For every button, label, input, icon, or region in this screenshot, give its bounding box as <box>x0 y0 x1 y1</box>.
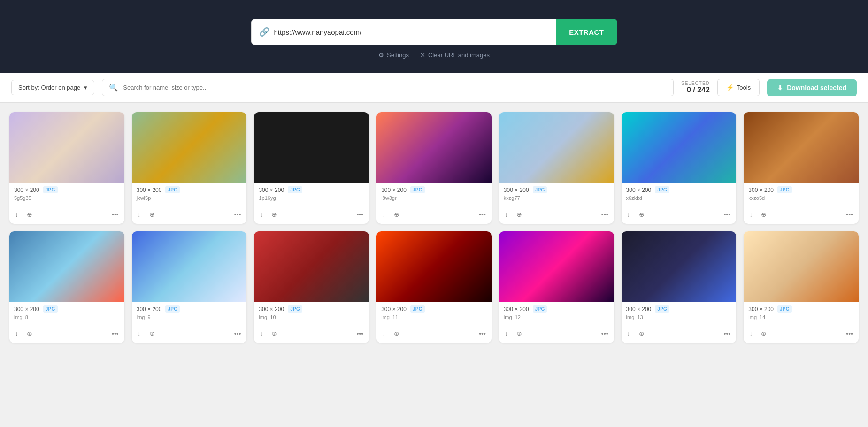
more-options-button[interactable]: ••• <box>598 208 612 221</box>
image-card: 300 × 200 JPG img_8 ↓ ⊕ ••• <box>9 231 124 343</box>
image-dims-row: 300 × 200 JPG <box>748 186 854 193</box>
image-info: 300 × 200 JPG kxzg77 <box>499 183 614 206</box>
more-options-button[interactable]: ••• <box>230 327 245 340</box>
image-info: 300 × 200 JPG img_10 <box>254 302 369 325</box>
more-options-button[interactable]: ••• <box>720 208 735 221</box>
image-info: 300 × 200 JPG img_11 <box>376 302 492 325</box>
more-options-button[interactable]: ••• <box>842 208 857 221</box>
image-dimensions: 300 × 200 <box>259 306 284 313</box>
tools-icon: ⚡ <box>726 84 734 91</box>
image-name: 5g5g35 <box>14 195 120 201</box>
more-options-button[interactable]: ••• <box>720 327 735 340</box>
image-type-badge: JPG <box>655 186 669 193</box>
link-icon: 🔗 <box>259 27 269 37</box>
image-dims-row: 300 × 200 JPG <box>626 186 732 193</box>
download-selected-button[interactable]: ⬇ Download selected <box>767 79 857 96</box>
settings-link[interactable]: ⚙ Settings <box>378 52 409 59</box>
image-dims-row: 300 × 200 JPG <box>259 305 364 313</box>
download-image-button[interactable]: ↓ <box>745 327 756 340</box>
download-image-button[interactable]: ↓ <box>11 327 22 340</box>
download-image-button[interactable]: ↓ <box>134 327 145 340</box>
more-options-button[interactable]: ••• <box>108 327 123 340</box>
search-input[interactable] <box>123 84 667 91</box>
image-actions: ↓ ⊕ ••• <box>254 206 369 224</box>
image-name: img_10 <box>259 314 364 320</box>
zoom-image-button[interactable]: ⊕ <box>757 208 770 221</box>
image-actions: ↓ ⊕ ••• <box>132 325 247 343</box>
zoom-image-button[interactable]: ⊕ <box>268 327 281 340</box>
image-info: 300 × 200 JPG 1p16yg <box>254 183 369 206</box>
sort-dropdown[interactable]: Sort by: Order on page ▾ <box>11 80 94 95</box>
download-image-button[interactable]: ↓ <box>501 208 512 221</box>
more-options-button[interactable]: ••• <box>842 327 857 340</box>
zoom-image-button[interactable]: ⊕ <box>635 327 648 340</box>
image-info: 300 × 200 JPG img_14 <box>744 302 859 325</box>
download-image-button[interactable]: ↓ <box>256 327 267 340</box>
image-card: 300 × 200 JPG 5g5g35 ↓ ⊕ ••• <box>9 112 124 224</box>
zoom-image-button[interactable]: ⊕ <box>146 327 159 340</box>
zoom-image-button[interactable]: ⊕ <box>146 208 159 221</box>
image-dimensions: 300 × 200 <box>137 306 162 313</box>
image-dims-row: 300 × 200 JPG <box>504 186 609 193</box>
chevron-down-icon: ▾ <box>84 84 87 91</box>
image-card: 300 × 200 JPG img_13 ↓ ⊕ ••• <box>622 231 737 343</box>
more-options-button[interactable]: ••• <box>230 208 245 221</box>
image-dims-row: 300 × 200 JPG <box>14 186 120 193</box>
more-options-button[interactable]: ••• <box>475 327 490 340</box>
image-name: img_13 <box>626 314 732 320</box>
image-thumbnail <box>9 231 124 302</box>
image-type-badge: JPG <box>43 305 58 313</box>
image-dimensions: 300 × 200 <box>14 306 39 313</box>
zoom-image-button[interactable]: ⊕ <box>23 208 36 221</box>
image-dims-row: 300 × 200 JPG <box>259 186 364 193</box>
zoom-image-button[interactable]: ⊕ <box>390 208 403 221</box>
zoom-image-button[interactable]: ⊕ <box>757 327 770 340</box>
download-image-button[interactable]: ↓ <box>623 208 634 221</box>
image-dims-row: 300 × 200 JPG <box>748 305 854 313</box>
zoom-image-button[interactable]: ⊕ <box>635 208 648 221</box>
image-name: 1p16yg <box>259 195 364 201</box>
image-dimensions: 300 × 200 <box>504 306 529 313</box>
download-image-button[interactable]: ↓ <box>501 327 512 340</box>
image-thumbnail <box>376 112 492 183</box>
download-image-button[interactable]: ↓ <box>378 327 389 340</box>
url-input[interactable] <box>274 28 549 36</box>
image-card: 300 × 200 JPG kxzg77 ↓ ⊕ ••• <box>499 112 614 224</box>
image-thumbnail <box>622 231 737 302</box>
more-options-button[interactable]: ••• <box>353 327 367 340</box>
image-name: img_9 <box>137 314 242 320</box>
zoom-image-button[interactable]: ⊕ <box>513 327 526 340</box>
download-image-button[interactable]: ↓ <box>134 208 145 221</box>
image-type-badge: JPG <box>410 305 425 313</box>
image-info: 300 × 200 JPG kxzo5d <box>744 183 859 206</box>
image-actions: ↓ ⊕ ••• <box>744 325 859 343</box>
zoom-image-button[interactable]: ⊕ <box>268 208 281 221</box>
download-image-button[interactable]: ↓ <box>378 208 389 221</box>
image-name: kxzg77 <box>504 195 609 201</box>
more-options-button[interactable]: ••• <box>475 208 490 221</box>
zoom-image-button[interactable]: ⊕ <box>513 208 526 221</box>
download-image-button[interactable]: ↓ <box>745 208 756 221</box>
image-card: 300 × 200 JPG img_11 ↓ ⊕ ••• <box>376 231 492 343</box>
clear-link[interactable]: ✕ Clear URL and images <box>420 52 490 59</box>
more-options-button[interactable]: ••• <box>598 327 612 340</box>
image-actions: ↓ ⊕ ••• <box>499 325 614 343</box>
download-image-button[interactable]: ↓ <box>11 208 22 221</box>
zoom-image-button[interactable]: ⊕ <box>390 327 403 340</box>
image-dimensions: 300 × 200 <box>259 187 284 193</box>
selected-label: SELECTED <box>681 81 710 86</box>
tools-button[interactable]: ⚡ Tools <box>717 79 760 96</box>
download-image-button[interactable]: ↓ <box>256 208 267 221</box>
image-type-badge: JPG <box>655 305 669 313</box>
image-type-badge: JPG <box>288 305 302 313</box>
download-image-button[interactable]: ↓ <box>623 327 634 340</box>
clear-label: Clear URL and images <box>428 52 490 59</box>
header-sub: ⚙ Settings ✕ Clear URL and images <box>378 52 490 59</box>
image-dimensions: 300 × 200 <box>381 187 407 193</box>
more-options-button[interactable]: ••• <box>353 208 367 221</box>
image-thumbnail <box>744 112 859 183</box>
extract-button[interactable]: EXTRACT <box>556 19 617 45</box>
more-options-button[interactable]: ••• <box>108 208 123 221</box>
zoom-image-button[interactable]: ⊕ <box>23 327 36 340</box>
image-name: img_8 <box>14 314 120 320</box>
